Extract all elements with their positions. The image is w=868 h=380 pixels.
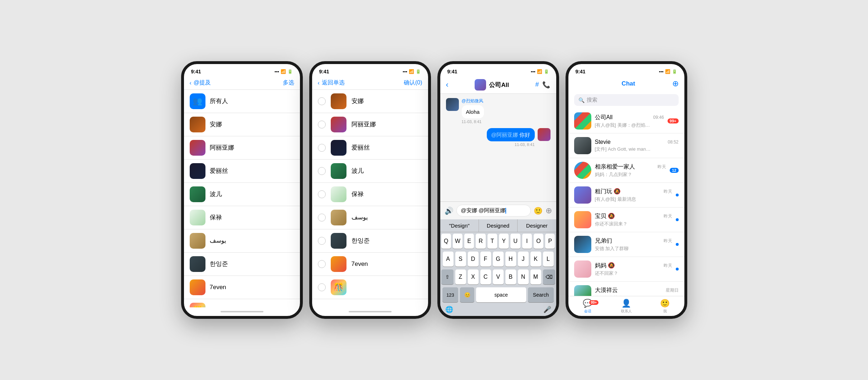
tab-chat[interactable]: 💬 99+ 会话 (568, 296, 607, 316)
list-item-confetti[interactable]: 🎊 (184, 299, 300, 308)
key-g[interactable]: G (493, 252, 504, 267)
autocomplete-design[interactable]: "Design" (440, 219, 479, 232)
add-chat-icon[interactable]: ⊕ (672, 79, 679, 88)
key-k[interactable]: K (530, 252, 541, 267)
nav-back-2[interactable]: ‹ 返回单选 (318, 79, 345, 87)
list-item-7even[interactable]: 7even (184, 276, 300, 299)
key-l[interactable]: L (543, 252, 554, 267)
nav-back-3[interactable]: ‹ (446, 80, 448, 89)
key-r[interactable]: R (476, 234, 485, 249)
checkbox-item-baolu[interactable]: 保禄 (312, 183, 428, 206)
tab-me[interactable]: 🙂 我 (646, 296, 684, 316)
key-f[interactable]: F (480, 252, 491, 267)
key-delete[interactable]: ⌫ (543, 269, 555, 284)
key-t[interactable]: T (488, 234, 497, 249)
list-item-yusuf[interactable]: يوسف (184, 229, 300, 253)
checkbox-item-yusuf[interactable]: يوسف (312, 206, 428, 229)
list-item-all-users[interactable]: 👥 所有人 (184, 90, 300, 113)
key-q[interactable]: Q (441, 234, 451, 249)
key-space[interactable]: space (476, 287, 526, 302)
key-shift[interactable]: ⇧ (441, 269, 454, 284)
key-i[interactable]: I (522, 234, 532, 249)
checkbox-item-7even[interactable]: 7even (312, 253, 428, 276)
chat-list-item-3[interactable]: 相亲相爱一家人 昨天 妈妈：几点到家？ 12 (568, 158, 684, 183)
tab-contacts[interactable]: 👤 联系人 (607, 296, 646, 316)
search-bar-4[interactable]: 🔍 搜索 (574, 94, 679, 106)
key-o[interactable]: O (534, 234, 543, 249)
checkbox-item-hanjun[interactable]: 한잉준 (312, 229, 428, 253)
key-p[interactable]: P (545, 234, 555, 249)
checkbox-yusuf[interactable] (318, 214, 326, 221)
cl-avatar-4 (574, 186, 591, 204)
key-search[interactable]: Search (528, 287, 554, 302)
chat-list-item-7[interactable]: 妈妈 🔕 昨天 还不回家？ (568, 257, 684, 282)
hashtag-icon[interactable]: # (535, 81, 539, 89)
key-x[interactable]: X (468, 269, 479, 284)
key-j[interactable]: J (518, 252, 529, 267)
list-item-boer[interactable]: 波儿 (184, 183, 300, 206)
cb-label-7even: 7even (351, 260, 368, 268)
checkbox-item-ariana[interactable]: 阿丽亚娜 (312, 113, 428, 136)
nav-confirm-2[interactable]: 确认(0) (404, 79, 422, 87)
key-row-bottom: 123 😊 space Search (440, 286, 556, 305)
chat-list-item-2[interactable]: Stevie 08:52 [文件] Ach Gott, wie manches … (568, 133, 684, 158)
list-item-hanjun[interactable]: 한잉준 (184, 253, 300, 276)
list-item-ariana[interactable]: 阿丽亚娜 (184, 136, 300, 160)
checkbox-alice[interactable] (318, 144, 326, 152)
key-n[interactable]: N (518, 269, 529, 284)
key-e[interactable]: E (464, 234, 474, 249)
chat-list-item-5[interactable]: 宝贝 🔕 昨天 你还不滚回来？ (568, 208, 684, 232)
checkbox-anna[interactable] (318, 97, 326, 105)
cl-preview-3: 妈妈：几点到家？ (595, 171, 652, 178)
checkbox-item-boer[interactable]: 波儿 (312, 160, 428, 183)
key-m[interactable]: M (530, 269, 541, 284)
key-emoji[interactable]: 😊 (460, 287, 474, 302)
chat-list-item-6[interactable]: 兄弟们 昨天 安德 加入了群聊 (568, 232, 684, 257)
checkbox-hanjun[interactable] (318, 237, 326, 245)
key-s[interactable]: S (455, 252, 466, 267)
checkbox-item-anna[interactable]: 安娜 (312, 90, 428, 113)
label-anna: 安娜 (210, 120, 222, 128)
add-icon[interactable]: ⊕ (545, 206, 552, 215)
nav-back-1[interactable]: ‹ @提及 (190, 79, 211, 87)
key-w[interactable]: W (453, 234, 462, 249)
key-b[interactable]: B (505, 269, 516, 284)
key-c[interactable]: C (480, 269, 491, 284)
cl-avatar-2 (574, 137, 591, 154)
list-item-alice[interactable]: 爱丽丝 (184, 160, 300, 183)
checkbox-item-alice[interactable]: 爱丽丝 (312, 136, 428, 160)
key-v[interactable]: V (493, 269, 504, 284)
status-time-2: 9:41 (319, 69, 329, 74)
nav-back-label-2: 返回单选 (322, 79, 345, 87)
emoji-icon[interactable]: 🙂 (534, 206, 543, 215)
autocomplete-designed[interactable]: Designed (479, 219, 518, 232)
key-y[interactable]: Y (499, 234, 509, 249)
chat-list-item-1[interactable]: 公司All 09:46 [有人@我] 美娜：@烈焰微风 今天能给… 99+ (568, 109, 684, 133)
chat-list-item-8[interactable]: 大漠祥云 星期日 你妈妈在找你 (568, 282, 684, 296)
phone-icon[interactable]: 📞 (542, 81, 550, 89)
chat-list-item-4[interactable]: 粗门玩 🔕 昨天 [有人@我] 最新消息 (568, 183, 684, 208)
key-z[interactable]: Z (455, 269, 466, 284)
checkbox-baolu[interactable] (318, 190, 326, 198)
key-u[interactable]: U (510, 234, 520, 249)
checkbox-ariana[interactable] (318, 121, 326, 128)
globe-icon-kb[interactable]: 🌐 (445, 306, 453, 313)
audio-icon[interactable]: 🔊 (445, 206, 454, 215)
list-item-anna[interactable]: 安娜 (184, 113, 300, 136)
key-row-1: Q W E R T Y U I O P (440, 232, 556, 250)
key-d[interactable]: D (468, 252, 479, 267)
autocomplete-designer[interactable]: Designer (518, 219, 556, 232)
list-item-baolu[interactable]: 保禄 (184, 206, 300, 229)
sender-avatar-2 (538, 128, 551, 141)
checkbox-7even[interactable] (318, 260, 326, 268)
chat-input[interactable]: @安娜 @阿丽亚娜 (456, 205, 531, 216)
wifi-icon-3: 📶 (537, 69, 542, 74)
nav-right-1[interactable]: 多选 (283, 79, 294, 87)
checkbox-boer[interactable] (318, 167, 326, 175)
checkbox-item-confetti[interactable]: 🎊 (312, 276, 428, 299)
key-h[interactable]: H (505, 252, 516, 267)
checkbox-confetti[interactable] (318, 283, 326, 291)
key-a[interactable]: A (443, 252, 454, 267)
key-123[interactable]: 123 (442, 287, 458, 302)
mic-icon-kb[interactable]: 🎤 (543, 306, 551, 313)
